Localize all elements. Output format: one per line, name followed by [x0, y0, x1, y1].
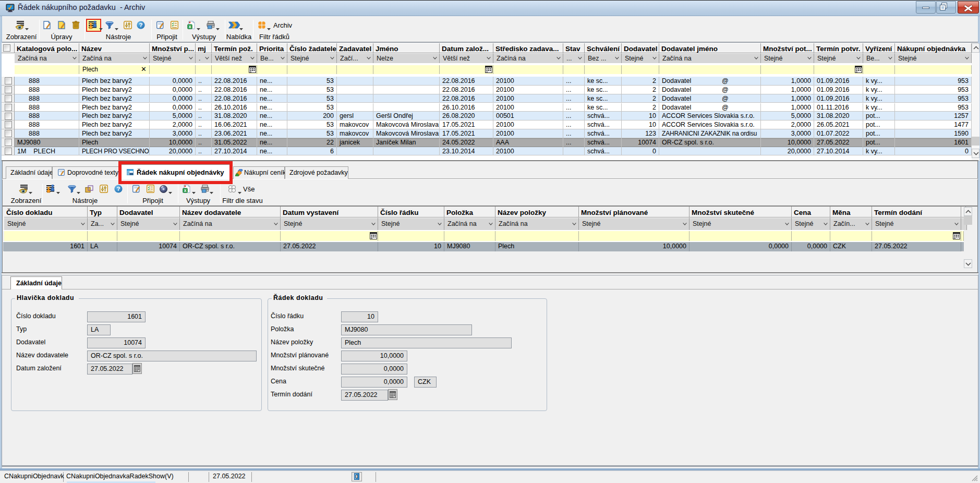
svg-text:x: x [184, 188, 187, 193]
svg-text:?: ? [139, 22, 142, 28]
svg-text:x: x [189, 24, 191, 29]
svg-text:?: ? [116, 186, 120, 192]
